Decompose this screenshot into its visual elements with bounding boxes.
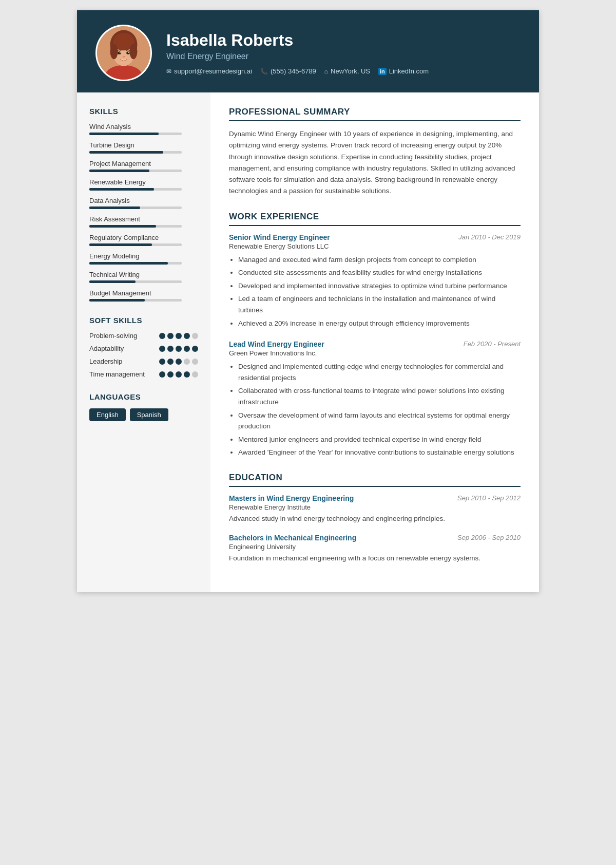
skill-name: Risk Assessment <box>89 215 198 223</box>
job-title: Lead Wind Energy Engineer <box>229 340 324 348</box>
linkedin-text: LinkedIn.com <box>389 67 429 75</box>
dot-filled <box>176 333 182 339</box>
skill-bar-bg <box>89 243 182 246</box>
location-text: NewYork, US <box>331 67 370 75</box>
education-heading: EDUCATION <box>229 473 521 487</box>
language-tag: Spanish <box>130 408 168 421</box>
dot-empty <box>184 359 190 365</box>
edu-description: Advanced study in wind energy technology… <box>229 513 521 524</box>
resume-container: Isabella Roberts Wind Energy Engineer ✉ … <box>77 10 539 592</box>
skill-bar-bg <box>89 299 182 302</box>
dot-empty <box>192 371 198 378</box>
edu-description: Foundation in mechanical engineering wit… <box>229 553 521 564</box>
skill-name: Technical Writing <box>89 271 198 278</box>
soft-skill-name: Adaptability <box>89 345 141 352</box>
summary-section: PROFESSIONAL SUMMARY Dynamic Wind Energy… <box>229 107 521 197</box>
contact-phone: 📞 (555) 345-6789 <box>260 67 316 75</box>
dot-filled <box>176 359 182 365</box>
svg-point-10 <box>120 52 121 53</box>
dot-filled <box>159 371 165 378</box>
skill-item: Regulatory Compliance <box>89 234 198 246</box>
skills-section: SKILLS Wind Analysis Turbine Design Proj… <box>89 107 198 302</box>
skill-bar-bg <box>89 133 182 135</box>
skill-bar-fill <box>89 188 154 191</box>
edu-institution: Renewable Energy Institute <box>229 503 521 511</box>
skill-name: Regulatory Compliance <box>89 234 198 241</box>
skill-name: Turbine Design <box>89 141 198 149</box>
dot-filled <box>159 346 165 352</box>
job-date: Jan 2010 - Dec 2019 <box>458 233 521 241</box>
svg-point-11 <box>128 52 129 53</box>
list-item: Oversaw the development of wind farm lay… <box>238 410 521 432</box>
education-section: EDUCATION Masters in Wind Energy Enginee… <box>229 473 521 563</box>
svg-point-7 <box>129 44 137 59</box>
skill-bar-fill <box>89 151 163 154</box>
contact-location: ⌂ NewYork, US <box>324 67 370 75</box>
avatar <box>95 25 152 81</box>
languages-section: LANGUAGES EnglishSpanish <box>89 392 198 421</box>
skill-bar-fill <box>89 206 140 209</box>
list-item: Mentored junior engineers and provided t… <box>238 434 521 445</box>
skill-bar-bg <box>89 151 182 154</box>
dot-filled <box>159 359 165 365</box>
job-item: Senior Wind Energy Engineer Jan 2010 - D… <box>229 233 521 329</box>
edu-header: Masters in Wind Energy Engineering Sep 2… <box>229 494 521 502</box>
candidate-name: Isabella Roberts <box>166 31 521 50</box>
job-company: Renewable Energy Solutions LLC <box>229 242 521 250</box>
skill-bar-fill <box>89 299 145 302</box>
contact-linkedin: in LinkedIn.com <box>378 67 429 75</box>
list-item: Developed and implemented innovative str… <box>238 280 521 292</box>
list-item: Designed and implemented cutting-edge wi… <box>238 361 521 383</box>
education-item: Bachelors in Mechanical Engineering Sep … <box>229 534 521 564</box>
job-item: Lead Wind Energy Engineer Feb 2020 - Pre… <box>229 340 521 458</box>
list-item: Collaborated with cross-functional teams… <box>238 385 521 407</box>
job-company: Green Power Innovations Inc. <box>229 349 521 357</box>
skill-bar-fill <box>89 262 168 265</box>
skill-bar-fill <box>89 133 159 135</box>
email-text: support@resumedesign.ai <box>174 67 252 75</box>
skill-bar-bg <box>89 225 182 228</box>
dot-empty <box>192 359 198 365</box>
edu-degree: Masters in Wind Energy Engineering <box>229 494 354 502</box>
skills-list: Wind Analysis Turbine Design Project Man… <box>89 123 198 302</box>
summary-heading: PROFESSIONAL SUMMARY <box>229 107 521 121</box>
jobs-list: Senior Wind Energy Engineer Jan 2010 - D… <box>229 233 521 458</box>
job-title: Senior Wind Energy Engineer <box>229 233 330 241</box>
edu-date: Sep 2006 - Sep 2010 <box>457 534 521 541</box>
skill-bar-fill <box>89 170 149 172</box>
edu-date: Sep 2010 - Sep 2012 <box>457 494 521 502</box>
soft-skill-name: Time management <box>89 370 145 378</box>
dot-filled <box>167 359 174 365</box>
soft-skill-item: Time management <box>89 370 198 378</box>
contact-list: ✉ support@resumedesign.ai 📞 (555) 345-67… <box>166 67 521 75</box>
skill-name: Budget Management <box>89 289 198 297</box>
soft-skill-name: Problem-solving <box>89 332 141 340</box>
svg-point-9 <box>126 51 130 54</box>
list-item: Led a team of engineers and technicians … <box>238 293 521 315</box>
skill-item: Budget Management <box>89 289 198 302</box>
job-bullets: Designed and implemented cutting-edge wi… <box>229 361 521 458</box>
edu-degree: Bachelors in Mechanical Engineering <box>229 534 356 542</box>
skill-bar-fill <box>89 243 152 246</box>
skill-name: Data Analysis <box>89 197 198 204</box>
phone-icon: 📞 <box>260 68 268 75</box>
dot-filled <box>184 333 190 339</box>
dot-filled <box>192 346 198 352</box>
edu-institution: Engineering University <box>229 543 521 551</box>
job-header: Senior Wind Energy Engineer Jan 2010 - D… <box>229 233 521 241</box>
contact-email: ✉ support@resumedesign.ai <box>166 67 252 75</box>
soft-skill-item: Leadership <box>89 358 198 365</box>
dot-filled <box>167 333 174 339</box>
skill-dots <box>159 359 198 365</box>
list-item: Conducted site assessments and feasibili… <box>238 267 521 278</box>
dot-filled <box>184 371 190 378</box>
skill-item: Renewable Energy <box>89 178 198 191</box>
dot-filled <box>176 346 182 352</box>
phone-text: (555) 345-6789 <box>271 67 316 75</box>
soft-skills-list: Problem-solvingAdaptabilityLeadershipTim… <box>89 332 198 378</box>
skills-title: SKILLS <box>89 107 198 116</box>
soft-skill-item: Adaptability <box>89 345 198 352</box>
summary-text: Dynamic Wind Energy Engineer with 10 yea… <box>229 128 521 197</box>
job-bullets: Managed and executed wind farm design pr… <box>229 254 521 329</box>
skill-bar-bg <box>89 170 182 172</box>
